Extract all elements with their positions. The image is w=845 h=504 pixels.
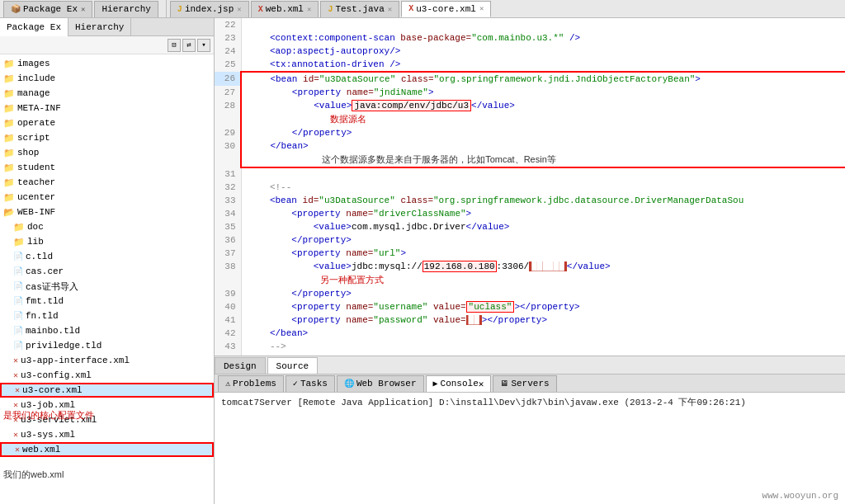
tree-u3-core-xml[interactable]: ✕ u3-core.xml: [0, 383, 214, 398]
left-tab-hierarchy[interactable]: Hierarchy: [68, 18, 131, 36]
design-tab[interactable]: Design: [215, 357, 266, 374]
file-icon: 📄: [13, 341, 23, 351]
code-line-28: 28 <value>java:comp/env/jdbc/u3</value> …: [215, 99, 845, 126]
problems-icon: ⚠: [225, 379, 230, 389]
tasks-tab[interactable]: ✓ Tasks: [286, 375, 335, 392]
tab-package-ex[interactable]: 📦 Package Ex ✕: [3, 1, 92, 17]
close-console[interactable]: ✕: [479, 379, 484, 389]
tree-c-tld[interactable]: 📄 c.tld: [0, 249, 214, 264]
tree-fn-tld[interactable]: 📄 fn.tld: [0, 309, 214, 323]
datasource-name-annotation: 数据源名: [330, 114, 366, 124]
another-config-annotation: 另一种配置方式: [320, 275, 384, 285]
xml-icon: ✕: [13, 415, 18, 425]
left-tab-package-ex[interactable]: Package Ex: [0, 18, 68, 36]
tree-META-INF[interactable]: 📁 META-INF: [0, 101, 214, 115]
tree-manage[interactable]: 📁 manage: [0, 86, 214, 101]
close-test-java[interactable]: ✕: [388, 5, 392, 14]
tree-lib[interactable]: 📁 lib: [0, 234, 214, 249]
code-line-39: 39 </property>: [215, 287, 845, 300]
code-line-31: 31: [215, 167, 845, 181]
code-line-30: 30 </bean> 这个数据源多数是来自于服务器的，比如Tomcat、Resi…: [215, 139, 845, 167]
file-icon: 📄: [13, 326, 23, 336]
file-tree: 📁 images 📁 include 📁 manage 📁 META-INF 📁…: [0, 54, 214, 504]
tab-index-jsp[interactable]: J index.jsp ✕: [170, 1, 249, 17]
tree-priviledge-tld[interactable]: 📄 priviledge.tld: [0, 338, 214, 353]
left-tabs: Package Ex Hierarchy: [0, 18, 214, 36]
console-output: tomcat7Server [Remote Java Application] …: [215, 393, 845, 504]
web-browser-icon: 🌐: [344, 379, 354, 389]
tree-include[interactable]: 📁 include: [0, 71, 214, 86]
code-line-38: 38 <value>jdbc:mysql://192.168.0.180:330…: [215, 260, 845, 287]
tab-test-java[interactable]: J Test.java ✕: [320, 1, 399, 17]
tree-u3-servlet[interactable]: ✕ u3-servlet.xml: [0, 412, 214, 427]
tree-images[interactable]: 📁 images: [0, 56, 214, 71]
tree-u3-app-interface[interactable]: ✕ u3-app-interface.xml: [0, 353, 214, 368]
xml-icon: ✕: [13, 430, 18, 440]
tree-doc[interactable]: 📁 doc: [0, 219, 214, 234]
code-line-37: 37 <property name="url">: [215, 247, 845, 260]
tree-WEB-INF[interactable]: 📂 WEB-INF: [0, 205, 214, 219]
folder-icon: 📁: [3, 118, 15, 129]
main-layout: Package Ex Hierarchy ⊟ ⇄ ▾ 📁 images 📁 in…: [0, 18, 845, 504]
console-icon: ▶: [433, 379, 438, 389]
web-browser-tab[interactable]: 🌐 Web Browser: [337, 375, 424, 392]
code-line-33: 33 <bean id="u3DataSource" class="org.sp…: [215, 194, 845, 207]
tab-web-xml[interactable]: X web.xml ✕: [251, 1, 319, 17]
tree-teacher[interactable]: 📁 teacher: [0, 175, 214, 190]
java-icon: J: [328, 5, 333, 14]
folder-icon: 📁: [3, 73, 15, 84]
code-table: 22 23 <context:component-scan base-packa…: [215, 18, 845, 356]
tree-cas-cert[interactable]: 📄 cas证书导入: [0, 279, 214, 294]
tab-hierarchy[interactable]: Hierarchy: [94, 1, 158, 17]
code-line-25: 25 <tx:annotation-driven />: [215, 58, 845, 72]
tree-cas-cer[interactable]: 📄 cas.cer: [0, 264, 214, 279]
tree-mainbo-tld[interactable]: 📄 mainbo.tld: [0, 323, 214, 338]
left-toolbar: ⊟ ⇄ ▾: [0, 36, 214, 54]
tree-u3-config[interactable]: ✕ u3-config.xml: [0, 368, 214, 383]
close-u3-core-xml[interactable]: ✕: [479, 4, 484, 13]
tree-student[interactable]: 📁 student: [0, 160, 214, 175]
file-icon: 📄: [13, 252, 23, 261]
tree-ucenter[interactable]: 📁 ucenter: [0, 190, 214, 205]
problems-tab[interactable]: ⚠ Problems: [218, 375, 284, 392]
close-index-jsp[interactable]: ✕: [237, 5, 241, 14]
close-web-xml[interactable]: ✕: [307, 5, 311, 14]
tree-shop[interactable]: 📁 shop: [0, 145, 214, 160]
code-line-32: 32 <!--: [215, 181, 845, 194]
code-line-36: 36 </property>: [215, 233, 845, 247]
tree-u3-job[interactable]: ✕ u3-job.xml: [0, 398, 214, 412]
file-icon: 📄: [13, 296, 23, 306]
tree-web-xml[interactable]: ✕ web.xml: [0, 442, 214, 457]
code-line-34: 34 <property name="driverClassName">: [215, 207, 845, 220]
xml-icon: ✕: [15, 385, 20, 395]
tree-fmt-tld[interactable]: 📄 fmt.tld: [0, 294, 214, 309]
code-line-29: 29 </property>: [215, 126, 845, 139]
design-source-tabs: Design Source: [215, 356, 845, 374]
folder-icon: 📁: [3, 133, 15, 144]
tree-u3-sys[interactable]: ✕ u3-sys.xml: [0, 427, 214, 442]
menu-btn[interactable]: ▾: [197, 39, 210, 52]
tab-u3-core-xml[interactable]: X u3-core.xml ✕: [401, 1, 491, 17]
code-line-24: 24 <aop:aspectj-autoproxy/>: [215, 45, 845, 58]
divider: [160, 0, 167, 18]
top-tab-bar: 📦 Package Ex ✕ Hierarchy J index.jsp ✕ X…: [0, 0, 845, 18]
folder-icon: 📁: [3, 163, 15, 173]
watermark: www.wooyun.org: [762, 491, 838, 501]
code-editor[interactable]: 22 23 <context:component-scan base-packa…: [215, 18, 845, 356]
file-icon: 📄: [13, 281, 23, 291]
code-line-26: 26 <bean id="u3DataSource" class="org.sp…: [215, 72, 845, 86]
xml-icon: ✕: [13, 356, 18, 365]
xml-icon: ✕: [13, 400, 18, 410]
link-editor-btn[interactable]: ⇄: [182, 39, 196, 52]
tree-operate[interactable]: 📁 operate: [0, 115, 214, 130]
collapse-btn[interactable]: ⊟: [168, 39, 181, 52]
tree-script[interactable]: 📁 script: [0, 130, 214, 145]
folder-icon: 📁: [13, 222, 25, 233]
servers-tab[interactable]: 🖥 Servers: [493, 375, 556, 392]
tasks-icon: ✓: [293, 379, 298, 389]
source-tab[interactable]: Source: [267, 357, 319, 374]
console-tab[interactable]: ▶ Console ✕: [426, 375, 492, 392]
bottom-section: Design Source ⚠ Problems ✓ Tasks 🌐 W: [215, 356, 845, 504]
jsp-icon: J: [177, 5, 182, 14]
xml-icon-u3: X: [408, 4, 413, 13]
